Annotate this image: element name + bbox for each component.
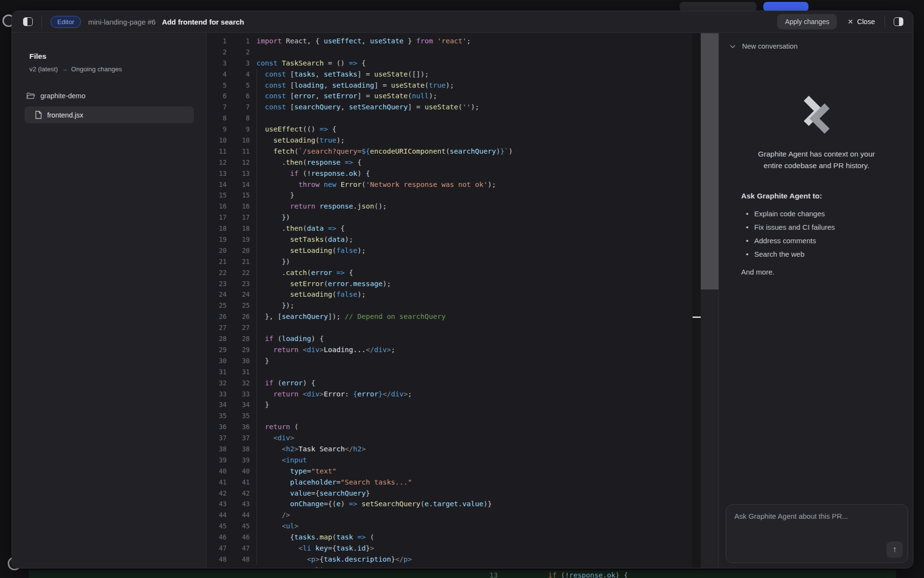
line-number-new: 42 — [227, 488, 250, 499]
line-number-old: 47 — [206, 543, 227, 554]
line-number-old: 24 — [206, 289, 227, 300]
editor-scrollbar-thumb[interactable] — [701, 33, 719, 289]
line-number-old: 30 — [206, 355, 227, 367]
code-text — [250, 367, 257, 378]
line-number-new: 37 — [227, 433, 250, 444]
line-number-old: 38 — [206, 444, 227, 455]
ask-bullet-item: Search the web — [741, 248, 835, 261]
line-number-new: 39 — [227, 455, 250, 466]
editor-badge: Editor — [51, 16, 81, 28]
new-conversation-label: New conversation — [742, 42, 797, 50]
code-line: 1414 throw new Error('Network response w… — [206, 179, 692, 190]
code-text: type="text" — [250, 466, 336, 477]
line-number-old: 48 — [206, 554, 227, 565]
line-number-old: 28 — [206, 333, 227, 344]
send-button[interactable]: ↑ — [886, 541, 903, 558]
ask-heading: Ask Graphite Agent to: — [741, 192, 822, 200]
line-number-old: 26 — [206, 311, 227, 322]
code-line: 4848 <p>{task.description}</p> — [206, 554, 692, 565]
code-text: setTasks(data); — [250, 234, 353, 245]
line-number-new: 25 — [227, 300, 250, 311]
code-line: 77 const [searchQuery, setSearchQuery] =… — [206, 102, 692, 113]
code-text: }); — [250, 300, 295, 311]
version-label: v2 (latest) — [29, 66, 58, 73]
line-number-old: 33 — [206, 389, 227, 400]
code-line: 3131 — [206, 367, 692, 378]
line-number-old: 13 — [206, 168, 227, 179]
code-line: 3232 if (error) { — [206, 378, 692, 389]
line-number-new: 29 — [227, 344, 250, 355]
line-number-old: 37 — [206, 433, 227, 444]
line-number-old: 21 — [206, 256, 227, 267]
ask-bullet-item: Explain code changes — [741, 207, 835, 221]
and-more-text: And more. — [741, 268, 774, 276]
code-text: .then(data => { — [250, 223, 345, 234]
agent-prompt-input[interactable]: Ask Graphite Agent about this PR... ↑ — [726, 504, 908, 563]
pr-title: Add frontend for search — [162, 18, 244, 26]
code-editor[interactable]: 11import React, { useEffect, useState } … — [206, 33, 692, 568]
line-number-old: 36 — [206, 421, 227, 433]
code-line: 2727 — [206, 322, 692, 333]
code-line: 4343 onChange={(e) => setSearchQuery(e.t… — [206, 499, 692, 510]
line-number-new: 21 — [227, 256, 250, 267]
code-text: } — [250, 190, 295, 201]
line-number-old: 29 — [206, 344, 227, 355]
line-number-old: 4 — [206, 69, 227, 80]
line-number-new: 19 — [227, 234, 250, 245]
apply-changes-button[interactable]: Apply changes — [777, 14, 837, 29]
code-text: <p>{task.description}</p> — [250, 554, 412, 565]
folder-name: graphite-demo — [40, 92, 86, 100]
code-text: .catch(error => { — [250, 267, 353, 278]
line-number-old: 45 — [206, 521, 227, 532]
code-text: }, [searchQuery]); // Depend on searchQu… — [250, 311, 446, 322]
line-number-old: 22 — [206, 267, 227, 278]
code-text: if (error) { — [250, 378, 315, 389]
line-number-old: 41 — [206, 477, 227, 488]
panel-left-toggle-icon[interactable] — [23, 17, 33, 26]
line-number-new: 32 — [227, 378, 250, 389]
code-line: 33const TaskSearch = () => { — [206, 58, 692, 69]
code-text: return ( — [250, 421, 298, 433]
code-line: 44 const [tasks, setTasks] = useState([]… — [206, 69, 692, 80]
code-line: 2020 setLoading(false); — [206, 245, 692, 256]
folder-open-icon — [26, 92, 35, 99]
sidebar-item-folder[interactable]: graphite-demo — [26, 92, 86, 100]
line-number-old: 11 — [206, 146, 227, 157]
line-number-old: 15 — [206, 190, 227, 201]
code-line: 88 — [206, 113, 692, 124]
line-number-new: 26 — [227, 311, 250, 322]
editor-modal: Editor mini-landing-page #6 Add frontend… — [12, 11, 913, 568]
code-text: import React, { useEffect, useState } fr… — [250, 36, 471, 47]
line-number-old: 23 — [206, 278, 227, 289]
line-number-new: 23 — [227, 278, 250, 289]
sidebar-item-file-selected[interactable]: frontend.jsx — [25, 106, 194, 123]
ask-bullet-item: Fix issues and CI failures — [741, 221, 835, 234]
code-line: 66 const [error, setError] = useState(nu… — [206, 91, 692, 102]
line-number-new: 34 — [227, 399, 250, 410]
panel-right-toggle-icon[interactable] — [894, 17, 903, 26]
agent-intro-text: Graphite Agent has context on your entir… — [719, 148, 913, 171]
code-text: </li> — [250, 565, 328, 568]
close-label: Close — [857, 18, 875, 26]
code-text: } — [250, 355, 269, 367]
code-text: onChange={(e) => setSearchQuery(e.target… — [250, 499, 492, 510]
close-button[interactable]: ✕ Close — [847, 18, 875, 26]
line-number-old: 19 — [206, 234, 227, 245]
line-number-new: 9 — [227, 124, 250, 135]
line-number-old: 39 — [206, 455, 227, 466]
line-number-old: 16 — [206, 201, 227, 212]
code-line: 4444 /> — [206, 510, 692, 521]
line-number-old: 18 — [206, 223, 227, 234]
files-sidebar: Files v2 (latest)→Ongoing changes graphi… — [12, 33, 206, 568]
line-number-old: 32 — [206, 378, 227, 389]
new-conversation-header[interactable]: New conversation — [730, 42, 797, 50]
line-number-new: 5 — [227, 80, 250, 91]
line-number-old: 17 — [206, 212, 227, 223]
line-number-old: 40 — [206, 466, 227, 477]
code-text: }) — [250, 256, 290, 267]
code-text: return <div>Error: {error}</div>; — [250, 389, 412, 400]
code-line: 1919 setTasks(data); — [206, 234, 692, 245]
code-line: 2323 setError(error.message); — [206, 278, 692, 289]
line-number-new: 31 — [227, 367, 250, 378]
code-line: 4646 {tasks.map(task => ( — [206, 532, 692, 543]
